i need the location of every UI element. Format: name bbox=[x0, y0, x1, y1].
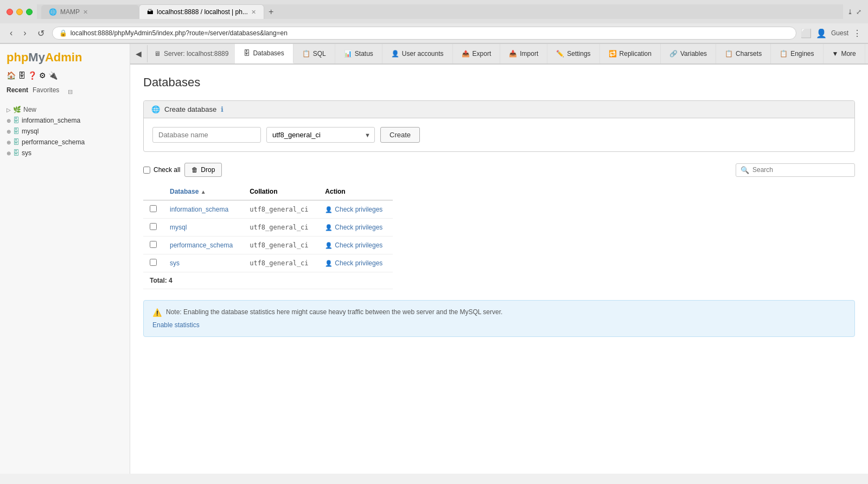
settings-tab-label: Settings bbox=[567, 50, 590, 58]
collation-wrapper: utf8_general_ci utf8_unicode_ci latin1_s… bbox=[266, 127, 375, 143]
nav-tab-user-accounts[interactable]: 👤 User accounts bbox=[382, 44, 453, 63]
sidebar-item-performance-schema[interactable]: ⊕ 🗄 performance_schema bbox=[0, 137, 130, 148]
expand-icon: ⊕ bbox=[7, 118, 11, 124]
check-all-checkbox[interactable] bbox=[143, 167, 150, 174]
engines-tab-icon: 📋 bbox=[780, 50, 788, 58]
sidebar-item-new[interactable]: ▷ 🌿 New bbox=[0, 104, 130, 115]
help-info-icon[interactable]: ℹ bbox=[221, 105, 224, 113]
checkbox-column-header bbox=[143, 183, 163, 200]
plugins-icon[interactable]: 🔌 bbox=[48, 71, 58, 80]
sidebar-item-information-schema[interactable]: ⊕ 🗄 information_schema bbox=[0, 115, 130, 126]
browser-tab-mamp[interactable]: 🌐 MAMP ✕ bbox=[41, 5, 139, 19]
nav-tab-export[interactable]: 📤 Export bbox=[453, 44, 501, 63]
sidebar-db-label: sys bbox=[22, 149, 31, 157]
check-all-wrapper: Check all bbox=[143, 166, 180, 174]
nav-tab-replication[interactable]: 🔁 Replication bbox=[600, 44, 661, 63]
create-db-header-label: Create database bbox=[164, 105, 216, 113]
sidebar-db-label: information_schema bbox=[22, 117, 80, 124]
sort-arrow-icon: ▲ bbox=[201, 189, 206, 195]
user-account-icon: 👤 bbox=[816, 28, 827, 39]
collation-cell: utf8_general_ci bbox=[243, 219, 318, 237]
nav-tab-import[interactable]: 📥 Import bbox=[500, 44, 547, 63]
minimize-window-button[interactable] bbox=[16, 9, 23, 15]
check-privileges-link-0[interactable]: 👤Check privileges bbox=[325, 206, 386, 213]
expand-icon: ⊕ bbox=[7, 139, 11, 145]
window-controls-icon: ⬜ bbox=[801, 28, 812, 39]
search-input[interactable] bbox=[752, 166, 850, 174]
database-sort-link[interactable]: Database bbox=[170, 188, 199, 195]
server-label-text: Server: localhost:8889 bbox=[164, 50, 228, 58]
help-icon[interactable]: ❓ bbox=[28, 71, 37, 80]
nav-tab-status[interactable]: 📊 Status bbox=[335, 44, 382, 63]
more-tab-label: More bbox=[841, 50, 856, 58]
nav-tab-sql[interactable]: 📋 SQL bbox=[293, 44, 335, 63]
db-name-link[interactable]: sys bbox=[170, 259, 180, 267]
status-tab-icon: 📊 bbox=[344, 50, 352, 58]
nav-tab-more[interactable]: ▼ More bbox=[824, 44, 865, 63]
sidebar-tab-favorites[interactable]: Favorites bbox=[33, 86, 59, 98]
check-all-label[interactable]: Check all bbox=[154, 166, 180, 174]
db-name-link[interactable]: information_schema bbox=[170, 206, 228, 213]
home-icon[interactable]: 🏠 bbox=[7, 71, 16, 80]
maximize-window-button[interactable] bbox=[26, 9, 33, 15]
create-database-button[interactable]: Create bbox=[380, 127, 420, 143]
forward-button[interactable]: › bbox=[20, 27, 29, 39]
engines-tab-label: Engines bbox=[790, 50, 814, 58]
browser-tab-phpmyadmin[interactable]: 🏔 localhost:8888 / localhost | ph... ✕ bbox=[139, 4, 264, 19]
nav-tab-settings[interactable]: ✏️ Settings bbox=[547, 44, 599, 63]
db-icon: 🗄 bbox=[13, 117, 20, 124]
nav-tab-engines[interactable]: 📋 Engines bbox=[771, 44, 823, 63]
back-button[interactable]: ‹ bbox=[7, 27, 16, 39]
tab-favicon: 🌐 bbox=[49, 8, 57, 16]
database-toolbar: Check all 🗑 Drop 🔍 bbox=[143, 163, 855, 177]
table-row: information_schema utf8_general_ci 👤Chec… bbox=[143, 200, 393, 219]
create-db-icon: 🌐 bbox=[151, 105, 160, 113]
create-database-header[interactable]: 🌐 Create database ℹ bbox=[144, 101, 854, 118]
drop-button[interactable]: 🗑 Drop bbox=[184, 163, 222, 177]
row-checkbox[interactable] bbox=[150, 205, 157, 212]
collation-select[interactable]: utf8_general_ci utf8_unicode_ci latin1_s… bbox=[266, 127, 375, 143]
database-name-input[interactable] bbox=[152, 127, 261, 143]
sql-tab-icon: 📋 bbox=[302, 50, 310, 58]
collation-cell: utf8_general_ci bbox=[243, 254, 318, 272]
check-privileges-link-2[interactable]: 👤Check privileges bbox=[325, 241, 386, 249]
charsets-tab-label: Charsets bbox=[736, 50, 762, 58]
settings-icon[interactable]: ⚙ bbox=[39, 71, 46, 80]
close-window-button[interactable] bbox=[7, 9, 13, 15]
sql-tab-label: SQL bbox=[313, 50, 326, 58]
sidebar-new-label: New bbox=[23, 106, 36, 113]
row-checkbox[interactable] bbox=[150, 259, 157, 266]
sidebar-item-sys[interactable]: ⊕ 🗄 sys bbox=[0, 148, 130, 158]
row-checkbox[interactable] bbox=[150, 241, 157, 248]
browser-expand-icon: ⤢ bbox=[856, 8, 861, 16]
nav-tab-databases[interactable]: 🗄 Databases bbox=[235, 44, 293, 63]
nav-tab-charsets[interactable]: 📋 Charsets bbox=[716, 44, 771, 63]
replication-tab-label: Replication bbox=[620, 50, 652, 58]
table-row: performance_schema utf8_general_ci 👤Chec… bbox=[143, 237, 393, 254]
expand-icon: ⊕ bbox=[7, 150, 11, 156]
row-checkbox[interactable] bbox=[150, 223, 157, 230]
nav-tab-variables[interactable]: 🔗 Variables bbox=[661, 44, 716, 63]
sidebar-collapse-button[interactable]: ⊟ bbox=[68, 88, 73, 95]
nav-toggle-button[interactable]: ◀ bbox=[130, 45, 148, 62]
database-icon[interactable]: 🗄 bbox=[18, 71, 25, 80]
db-name-link[interactable]: performance_schema bbox=[170, 241, 233, 249]
url-bar[interactable]: 🔒 localhost:8888/phpMyAdmin5/index.php?r… bbox=[52, 27, 796, 40]
reload-button[interactable]: ↺ bbox=[34, 27, 48, 40]
enable-statistics-link[interactable]: Enable statistics bbox=[152, 321, 846, 329]
import-tab-icon: 📥 bbox=[509, 50, 517, 58]
row-checkbox-cell bbox=[143, 254, 163, 272]
sidebar-item-mysql[interactable]: ⊕ 🗄 mysql bbox=[0, 126, 130, 137]
db-name-link[interactable]: mysql bbox=[170, 224, 187, 231]
check-privileges-link-1[interactable]: 👤Check privileges bbox=[325, 224, 386, 231]
check-privileges-link-3[interactable]: 👤Check privileges bbox=[325, 259, 386, 267]
collation-column-header: Collation bbox=[243, 183, 318, 200]
variables-tab-label: Variables bbox=[680, 50, 707, 58]
tab-close-button[interactable]: ✕ bbox=[83, 9, 88, 16]
database-column-header: Database ▲ bbox=[163, 183, 243, 200]
db-icon: 🗄 bbox=[13, 138, 20, 146]
sidebar-tab-recent[interactable]: Recent bbox=[7, 86, 28, 98]
tab-close-button[interactable]: ✕ bbox=[251, 9, 256, 16]
action-cell: 👤Check privileges bbox=[318, 237, 393, 254]
new-tab-button[interactable]: + bbox=[264, 5, 278, 19]
